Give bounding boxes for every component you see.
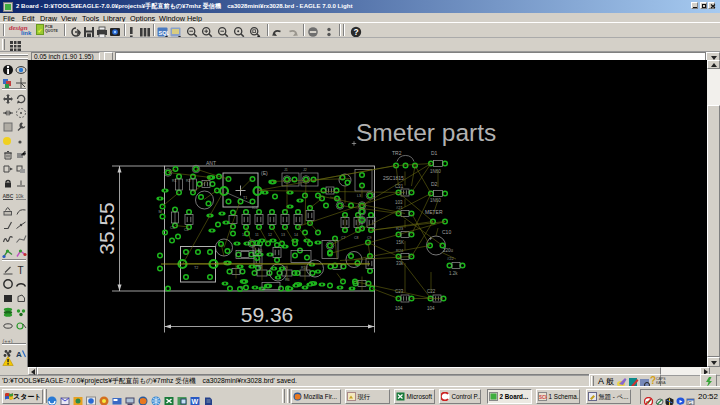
svg-text:R1: R1 [172,178,177,182]
svg-text:1N60: 1N60 [430,197,441,202]
svg-text:C9: C9 [367,235,372,239]
svg-text:L3: L3 [357,193,361,197]
svg-text:T: T [18,265,24,276]
svg-text:14: 14 [294,233,298,237]
svg-text:1.2k: 1.2k [449,270,458,275]
svg-text:M: M [159,209,162,213]
svg-text:R2: R2 [186,178,191,182]
svg-text:D1: D1 [431,149,438,155]
svg-text:ABC: ABC [3,192,14,198]
svg-text:1N60: 1N60 [430,168,441,173]
svg-text:G: G [688,400,692,405]
svg-text:C8: C8 [354,235,359,239]
svg-text:13: 13 [281,233,285,237]
svg-text:C22: C22 [427,288,436,293]
svg-text:W: W [192,398,199,405]
svg-text:#21: #21 [396,205,403,210]
svg-text:C3: C3 [170,225,175,229]
svg-text:C10: C10 [442,228,451,234]
svg-text:SCH: SCH [539,394,547,399]
svg-text:J2: J2 [303,168,307,172]
svg-text:35.55: 35.55 [95,202,118,255]
svg-text:A: A [16,350,22,359]
svg-text:2SC1815: 2SC1815 [383,174,404,180]
svg-text:59.36: 59.36 [241,302,294,325]
svg-text:104: 104 [395,306,403,311]
svg-text:TR2: TR2 [392,149,402,155]
svg-text:J1: J1 [284,168,288,172]
svg-text:D2: D2 [431,180,438,186]
svg-text:(E): (E) [261,170,268,176]
svg-text:11: 11 [255,233,259,237]
svg-text:10k: 10k [16,192,25,198]
svg-text:R6: R6 [285,277,290,281]
svg-text:IC1: IC1 [252,205,258,209]
svg-text:220u: 220u [443,248,454,253]
svg-text:104: 104 [427,306,435,311]
svg-text:15K: 15K [396,239,404,244]
svg-text:T1: T1 [243,195,247,199]
svg-text:ANT: ANT [206,160,216,166]
svg-text:SQL: SQL [159,30,170,36]
svg-text:Smeter parts: Smeter parts [356,119,496,146]
svg-text:12: 12 [268,233,272,237]
svg-text:T2: T2 [194,265,198,269]
svg-text:?: ? [354,27,359,37]
svg-text:C4: C4 [184,227,189,231]
